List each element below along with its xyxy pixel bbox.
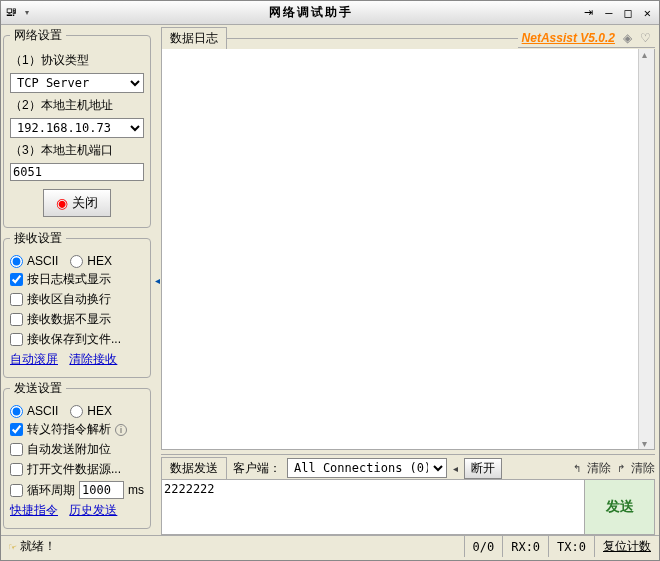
send-ascii-radio[interactable]: [10, 405, 23, 418]
pin-icon[interactable]: ⇥: [584, 6, 593, 19]
disconnect-arrow-icon: ◂: [453, 463, 458, 474]
client-select[interactable]: All Connections (0): [287, 458, 447, 478]
splitter-handle[interactable]: ◂: [153, 25, 161, 535]
status-rx: RX:0: [502, 536, 548, 557]
app-icon: 🖳: [5, 5, 21, 21]
window-title: 网络调试助手: [37, 4, 584, 21]
history-link[interactable]: 历史发送: [69, 502, 117, 519]
clear-link-1[interactable]: 清除: [587, 460, 611, 477]
minimize-button[interactable]: –: [601, 6, 616, 20]
port-label: （3）本地主机端口: [10, 142, 144, 159]
escape-checkbox[interactable]: [10, 423, 23, 436]
log-mode-checkbox[interactable]: [10, 273, 23, 286]
send-button[interactable]: 发送: [584, 480, 654, 534]
record-dot-icon: ◉: [56, 195, 68, 211]
cycle-checkbox[interactable]: [10, 484, 23, 497]
save-file-checkbox[interactable]: [10, 333, 23, 346]
close-window-button[interactable]: ✕: [640, 6, 655, 20]
protocol-label: （1）协议类型: [10, 52, 144, 69]
network-settings-legend: 网络设置: [10, 27, 66, 44]
auto-wrap-checkbox[interactable]: [10, 293, 23, 306]
recv-hex-radio[interactable]: [70, 255, 83, 268]
clear-link-2[interactable]: 清除: [631, 460, 655, 477]
ready-text: 就绪！: [20, 538, 56, 555]
info-icon[interactable]: i: [115, 424, 127, 436]
host-select[interactable]: 192.168.10.73: [10, 118, 144, 138]
cycle-input[interactable]: [79, 481, 124, 499]
protocol-select[interactable]: TCP Server: [10, 73, 144, 93]
diamond-icon[interactable]: ◈: [619, 29, 636, 48]
recv-settings-group: 接收设置 ASCII HEX 按日志模式显示 接收区自动换行 接收数据不显示 接…: [3, 230, 151, 378]
host-label: （2）本地主机地址: [10, 97, 144, 114]
title-bar: 🖳 ▾ 网络调试助手 ⇥ – □ ✕: [1, 1, 659, 25]
recv-ascii-radio[interactable]: [10, 255, 23, 268]
data-log-tab[interactable]: 数据日志: [161, 27, 227, 49]
port-input[interactable]: [10, 163, 144, 181]
clear-up-icon: ↰: [573, 463, 581, 474]
client-label: 客户端：: [233, 460, 281, 477]
open-file-checkbox[interactable]: [10, 463, 23, 476]
send-settings-group: 发送设置 ASCII HEX 转义符指令解析 i 自动发送附加位 打开文件数据源…: [3, 380, 151, 529]
reset-count-button[interactable]: 复位计数: [594, 536, 659, 557]
status-bar: ☞就绪！ 0/0 RX:0 TX:0 复位计数: [1, 535, 659, 557]
brand-link[interactable]: NetAssist V5.0.2: [518, 29, 619, 48]
send-settings-legend: 发送设置: [10, 380, 66, 397]
bell-icon[interactable]: ♡: [636, 29, 655, 48]
vertical-scrollbar[interactable]: [638, 49, 654, 449]
sidebar: 网络设置 （1）协议类型 TCP Server （2）本地主机地址 192.16…: [1, 25, 153, 535]
disconnect-button[interactable]: 断开: [464, 458, 502, 479]
recv-settings-legend: 接收设置: [10, 230, 66, 247]
send-input[interactable]: 2222222: [162, 480, 584, 534]
network-settings-group: 网络设置 （1）协议类型 TCP Server （2）本地主机地址 192.16…: [3, 27, 151, 228]
clear-recv-link[interactable]: 清除接收: [69, 351, 117, 368]
clear-down-icon: ↱: [617, 463, 625, 474]
auto-scroll-link[interactable]: 自动滚屏: [10, 351, 58, 368]
shortcut-link[interactable]: 快捷指令: [10, 502, 58, 519]
status-counts: 0/0: [464, 536, 503, 557]
data-send-tab[interactable]: 数据发送: [161, 457, 227, 479]
status-tx: TX:0: [548, 536, 594, 557]
maximize-button[interactable]: □: [621, 6, 636, 20]
auto-append-checkbox[interactable]: [10, 443, 23, 456]
content-area: 数据日志 NetAssist V5.0.2 ◈ ♡ 数据发送 客户端： All …: [161, 25, 659, 535]
log-textarea[interactable]: [161, 49, 655, 450]
sysmenu-drop-icon[interactable]: ▾: [25, 8, 29, 17]
ready-icon: ☞: [9, 540, 16, 554]
send-hex-radio[interactable]: [70, 405, 83, 418]
close-connection-button[interactable]: ◉ 关闭: [43, 189, 111, 217]
hide-recv-checkbox[interactable]: [10, 313, 23, 326]
